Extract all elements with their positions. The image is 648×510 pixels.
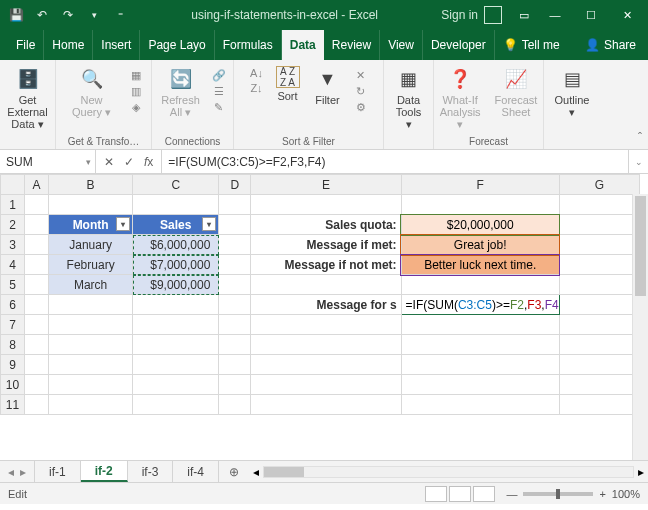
formula-input[interactable]: =IF(SUM(C3:C5)>=F2,F3,F4): [162, 150, 628, 173]
col-header[interactable]: F: [401, 175, 559, 195]
sheet-tab[interactable]: if-3: [128, 461, 174, 482]
get-external-data-button[interactable]: 🗄️Get External Data ▾: [3, 64, 51, 133]
tab-view[interactable]: View: [380, 30, 423, 60]
sort-desc-icon[interactable]: Z↓: [248, 81, 266, 95]
zoom-in-button[interactable]: +: [599, 488, 605, 500]
sign-in-button[interactable]: Sign in: [441, 6, 502, 24]
col-header[interactable]: A: [25, 175, 49, 195]
undo-icon[interactable]: ↶: [34, 7, 50, 23]
row-header[interactable]: 3: [1, 235, 25, 255]
normal-view-button[interactable]: [425, 486, 447, 502]
row-header[interactable]: 5: [1, 275, 25, 295]
expand-formula-bar-icon[interactable]: ⌄: [628, 150, 648, 173]
cell-b5[interactable]: March: [49, 275, 133, 295]
cell-f3[interactable]: Great job!: [401, 235, 559, 255]
row-header[interactable]: 2: [1, 215, 25, 235]
tab-home[interactable]: Home: [44, 30, 93, 60]
cell-b4[interactable]: February: [49, 255, 133, 275]
clear-filter-icon[interactable]: ✕: [352, 68, 370, 82]
new-query-button[interactable]: 🔍New Query ▾: [62, 64, 121, 121]
tab-formulas[interactable]: Formulas: [215, 30, 282, 60]
sort-asc-icon[interactable]: A↓: [248, 66, 266, 80]
row-header[interactable]: 4: [1, 255, 25, 275]
zoom-slider[interactable]: [523, 492, 593, 496]
worksheet-grid[interactable]: A B C D E F G 1 2 Month▾ Sales▾ Sales qu…: [0, 174, 648, 460]
row-header[interactable]: 10: [1, 375, 25, 395]
sort-button[interactable]: A ZZ ASort: [272, 64, 304, 104]
filter-dropdown-icon[interactable]: ▾: [116, 217, 130, 231]
name-box[interactable]: SUM▾: [0, 150, 96, 173]
ribbon-options-icon[interactable]: ▭: [512, 0, 536, 30]
cancel-formula-icon[interactable]: ✕: [104, 155, 114, 169]
cell-c4[interactable]: $7,000,000: [133, 255, 219, 275]
cell-c5[interactable]: $9,000,000: [133, 275, 219, 295]
sheet-tab[interactable]: if-1: [35, 461, 81, 482]
collapse-ribbon-icon[interactable]: ˆ: [638, 131, 642, 145]
col-header[interactable]: G: [559, 175, 639, 195]
fx-icon[interactable]: fx: [144, 155, 153, 169]
row-header[interactable]: 9: [1, 355, 25, 375]
from-table-icon[interactable]: ▥: [127, 84, 145, 98]
scroll-right-icon[interactable]: ▸: [638, 465, 644, 479]
col-header[interactable]: D: [219, 175, 251, 195]
qat-overflow-icon[interactable]: ⁼: [112, 7, 128, 23]
what-if-button[interactable]: ❓What-If Analysis ▾: [436, 64, 485, 133]
tab-review[interactable]: Review: [324, 30, 380, 60]
zoom-level[interactable]: 100%: [612, 488, 640, 500]
properties-icon[interactable]: ☰: [210, 84, 228, 98]
recent-sources-icon[interactable]: ◈: [127, 100, 145, 114]
advanced-filter-icon[interactable]: ⚙: [352, 100, 370, 114]
outline-button[interactable]: ▤Outline ▾: [550, 64, 594, 121]
tab-developer[interactable]: Developer: [423, 30, 495, 60]
sheet-tab[interactable]: if-4: [173, 461, 219, 482]
cell-f2[interactable]: $20,000,000: [401, 215, 559, 235]
data-tools-button[interactable]: ▦Data Tools ▾: [390, 64, 427, 133]
qat-customize-icon[interactable]: ▾: [86, 7, 102, 23]
chevron-down-icon[interactable]: ▾: [86, 157, 91, 167]
cell-f6-editing[interactable]: =IF(SUM(C3:C5)>=F2,F3,F4): [401, 295, 559, 315]
close-button[interactable]: ✕: [610, 0, 644, 30]
cell-b3[interactable]: January: [49, 235, 133, 255]
scroll-left-icon[interactable]: ◂: [253, 465, 259, 479]
tab-scroll-right-icon[interactable]: ▸: [20, 465, 26, 479]
page-break-view-button[interactable]: [473, 486, 495, 502]
redo-icon[interactable]: ↷: [60, 7, 76, 23]
tab-page-layout[interactable]: Page Layo: [140, 30, 214, 60]
tab-insert[interactable]: Insert: [93, 30, 140, 60]
table-header-month[interactable]: Month▾: [49, 215, 133, 235]
row-header[interactable]: 7: [1, 315, 25, 335]
tell-me-button[interactable]: 💡Tell me: [495, 30, 568, 60]
row-header[interactable]: 1: [1, 195, 25, 215]
col-header[interactable]: E: [251, 175, 401, 195]
edit-links-icon[interactable]: ✎: [210, 100, 228, 114]
select-all-cell[interactable]: [1, 175, 25, 195]
forecast-sheet-button[interactable]: 📈Forecast Sheet: [491, 64, 542, 120]
table-header-sales[interactable]: Sales▾: [133, 215, 219, 235]
vertical-scrollbar[interactable]: [632, 194, 648, 460]
horizontal-scrollbar[interactable]: ◂ ▸: [249, 461, 648, 482]
cell-c3[interactable]: $6,000,000: [133, 235, 219, 255]
save-icon[interactable]: 💾: [8, 7, 24, 23]
cell-f4[interactable]: Better luck next time.: [401, 255, 559, 275]
filter-dropdown-icon[interactable]: ▾: [202, 217, 216, 231]
tab-scroll-left-icon[interactable]: ◂: [8, 465, 14, 479]
connections-icon[interactable]: 🔗: [210, 68, 228, 82]
col-header[interactable]: B: [49, 175, 133, 195]
share-button[interactable]: 👤Share: [577, 30, 648, 60]
refresh-all-button[interactable]: 🔄Refresh All ▾: [157, 64, 204, 121]
row-header[interactable]: 11: [1, 395, 25, 415]
sheet-tab[interactable]: if-2: [81, 461, 128, 482]
new-sheet-button[interactable]: ⊕: [219, 461, 249, 482]
filter-button[interactable]: ▼Filter: [310, 64, 346, 108]
zoom-out-button[interactable]: —: [506, 488, 517, 500]
row-header[interactable]: 6: [1, 295, 25, 315]
maximize-button[interactable]: ☐: [574, 0, 608, 30]
reapply-icon[interactable]: ↻: [352, 84, 370, 98]
tab-file[interactable]: File: [8, 30, 44, 60]
enter-formula-icon[interactable]: ✓: [124, 155, 134, 169]
tab-data[interactable]: Data: [282, 30, 324, 60]
show-queries-icon[interactable]: ▦: [127, 68, 145, 82]
minimize-button[interactable]: —: [538, 0, 572, 30]
row-header[interactable]: 8: [1, 335, 25, 355]
col-header[interactable]: C: [133, 175, 219, 195]
